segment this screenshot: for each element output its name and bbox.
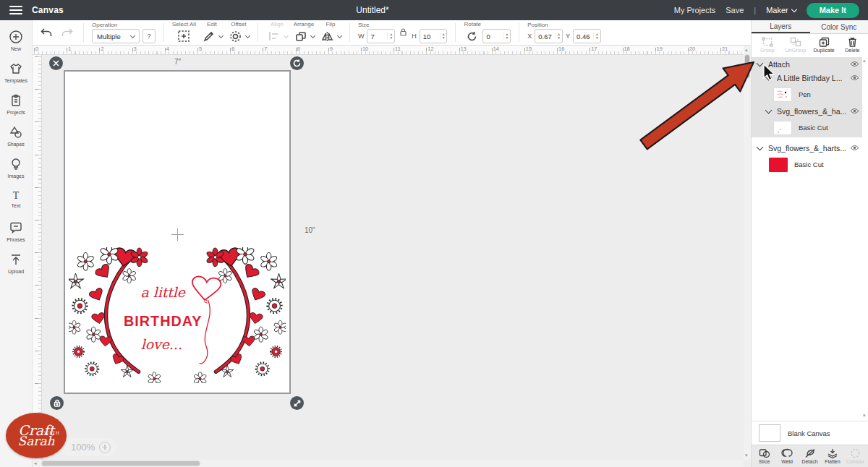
position-x-stepper[interactable]: ▴▾	[555, 33, 562, 40]
birthday-design-artwork[interactable]: a little BIRTHDAY love...	[69, 247, 286, 383]
redo-button[interactable]	[59, 25, 75, 40]
vertical-scroll-thumb[interactable]	[744, 54, 750, 79]
sidebar-item-projects[interactable]: Projects	[0, 88, 32, 120]
cricut-design-space: { "topbar": { "app_title": "Canvas", "do…	[0, 0, 868, 467]
offset-tool[interactable]: Offset	[228, 21, 250, 44]
layer-row-flowers-group-1[interactable]: Svg_flowers_&_ha...	[752, 104, 862, 118]
text-T-icon: T	[13, 191, 20, 201]
scroll-up-icon[interactable]: ▴	[745, 46, 748, 53]
width-stepper[interactable]: ▴▾	[387, 33, 394, 40]
rotate-field[interactable]: ▴▾	[482, 29, 511, 43]
flatten-button[interactable]: Flatten	[821, 448, 843, 464]
slice-button[interactable]: Slice	[753, 448, 775, 464]
hamburger-menu-icon[interactable]	[0, 0, 32, 20]
layer-row-birthday-group[interactable]: A Little Birthday L...	[752, 71, 862, 85]
undo-button[interactable]	[38, 25, 54, 40]
chevron-down-icon[interactable]	[765, 73, 773, 80]
lock-selection-handle[interactable]	[50, 396, 64, 410]
lightbulb-icon	[9, 157, 23, 171]
topbar-divider: |	[754, 6, 756, 14]
resize-selection-handle[interactable]	[290, 396, 304, 410]
chevron-down-icon	[791, 6, 796, 12]
layer-actions: Group UnGroup Duplicate Delete	[752, 34, 868, 56]
width-input[interactable]	[367, 33, 387, 40]
zoom-in-button[interactable]	[99, 442, 111, 453]
toolbar-divider	[163, 23, 164, 42]
canvas-horizontal-scrollbar[interactable]: ◂	[33, 460, 744, 467]
save-link[interactable]: Save	[726, 6, 744, 14]
eye-visibility-icon[interactable]	[850, 74, 859, 81]
detach-button[interactable]: Detach	[799, 448, 821, 464]
align-tool[interactable]: Align	[266, 21, 288, 44]
speech-bubble-icon	[9, 220, 23, 235]
flatten-icon	[827, 448, 838, 458]
rotate-icon[interactable]	[464, 28, 480, 44]
sidebar-item-phrases[interactable]: Phrases	[0, 215, 32, 247]
position-y-input[interactable]	[574, 33, 593, 40]
size-lock-icon[interactable]	[399, 27, 407, 36]
delete-button[interactable]: Delete	[838, 37, 867, 53]
position-y-stepper[interactable]: ▴▾	[593, 33, 600, 40]
position-x-field[interactable]: ▴▾	[535, 29, 563, 43]
scroll-down-icon[interactable]: ▾	[745, 452, 748, 459]
horizontal-scroll-thumb[interactable]	[41, 460, 200, 466]
canvas-area[interactable]: 0123456789101112131415161718192021 01234…	[33, 46, 744, 460]
chevron-down-icon	[218, 33, 224, 38]
artwork-text-line1: a little	[140, 285, 185, 300]
canvas-color-swatch[interactable]	[759, 424, 780, 442]
select-all-tool[interactable]: Select All	[172, 21, 196, 44]
canvas-vertical-scrollbar[interactable]: ▴ ▾	[744, 46, 751, 460]
layer-row-basic-cut-white[interactable]: Basic Cut	[752, 118, 862, 137]
rotate-stepper[interactable]: ▴▾	[503, 33, 510, 40]
eye-visibility-icon[interactable]	[850, 108, 859, 114]
operation-select[interactable]: Multiple	[92, 29, 140, 43]
blank-canvas-row[interactable]: Blank Canvas	[752, 421, 868, 445]
page-title: Canvas	[32, 5, 64, 15]
position-x-input[interactable]	[535, 33, 555, 40]
eye-visibility-icon[interactable]	[850, 145, 859, 151]
scroll-left-icon[interactable]: ◂	[34, 460, 37, 467]
sidebar-item-new[interactable]: New	[0, 25, 32, 56]
duplicate-button[interactable]: Duplicate	[810, 37, 838, 53]
rotate-selection-handle[interactable]	[290, 56, 304, 70]
chevron-down-icon[interactable]	[757, 59, 764, 67]
chevron-down-icon[interactable]	[757, 143, 764, 150]
sidebar-item-images[interactable]: Images	[0, 152, 32, 184]
delete-selection-handle[interactable]	[49, 56, 63, 70]
sidebar-item-templates[interactable]: Templates	[0, 56, 32, 88]
height-stepper[interactable]: ▴▾	[440, 33, 447, 40]
height-input[interactable]	[420, 33, 440, 40]
layer-list-scrollbar[interactable]: ▴ ▾	[862, 57, 867, 419]
help-button[interactable]: ?	[142, 29, 156, 43]
width-field[interactable]: ▴▾	[367, 29, 395, 43]
edit-tool[interactable]: Edit	[201, 21, 223, 44]
sidebar-item-text[interactable]: T Text	[0, 184, 32, 215]
arrange-tool[interactable]: Arrange	[293, 21, 315, 44]
make-it-button[interactable]: Make It	[807, 3, 859, 18]
my-projects-link[interactable]: My Projects	[674, 6, 715, 14]
group-button[interactable]: Group	[753, 37, 781, 53]
tab-color-sync[interactable]: Color Sync	[810, 20, 868, 33]
ungroup-button[interactable]: UnGroup	[781, 37, 809, 53]
pen-layer-thumbnail	[773, 87, 792, 102]
height-field[interactable]: ▴▾	[420, 29, 448, 43]
layer-row-attach[interactable]: Attach	[752, 57, 862, 71]
flip-tool[interactable]: Flip	[320, 21, 341, 44]
chevron-down-icon[interactable]	[765, 106, 773, 113]
scroll-up-icon[interactable]: ▴	[863, 57, 866, 64]
layer-row-basic-cut-red[interactable]: Basic Cut	[752, 155, 862, 174]
layer-row-flowers-group-2[interactable]: Svg_flowers_&_harts...	[752, 141, 862, 155]
tshirt-icon	[9, 61, 23, 76]
rotate-input[interactable]	[483, 33, 503, 40]
weld-button[interactable]: Weld	[775, 448, 798, 464]
sidebar-item-shapes[interactable]: Shapes	[0, 120, 32, 152]
contour-button[interactable]: Contour	[844, 448, 867, 464]
eye-visibility-icon[interactable]	[850, 61, 859, 67]
position-y-field[interactable]: ▴▾	[573, 29, 601, 43]
sidebar-item-upload[interactable]: Upload	[0, 247, 32, 279]
tab-layers[interactable]: Layers	[752, 20, 810, 33]
selection-center-crosshair	[171, 228, 184, 241]
scroll-down-icon[interactable]: ▾	[863, 412, 866, 419]
machine-selector[interactable]: Maker	[766, 6, 796, 14]
layer-row-pen[interactable]: Pen	[752, 85, 862, 104]
